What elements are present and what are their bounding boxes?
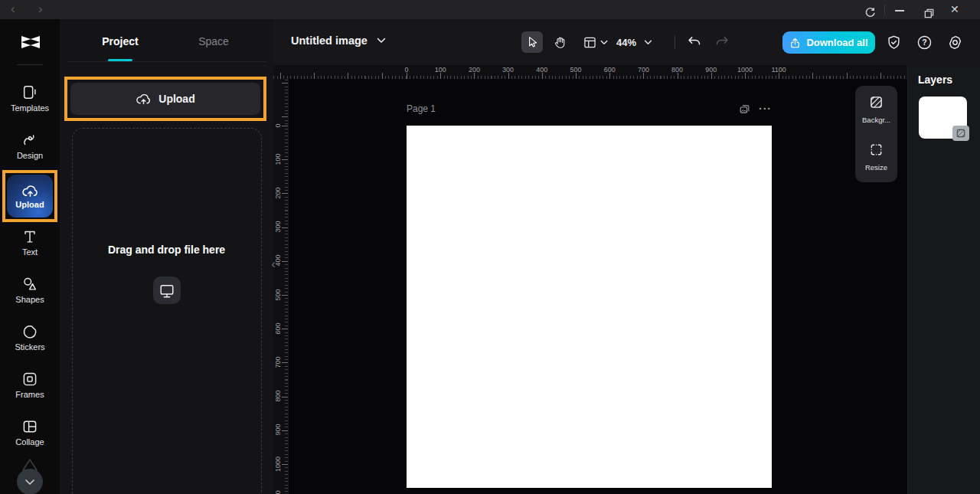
vertical-ruler: 0 100 200 300 400 500 600 700 800 900 10… [273, 79, 289, 494]
resize-tool-label: Resize [855, 163, 897, 172]
sidebar-item-design[interactable]: Design [0, 132, 60, 160]
page-label[interactable]: Page 1 [407, 103, 436, 114]
sidebar-item-shapes[interactable]: Shapes [0, 276, 60, 304]
upload-button[interactable]: Upload [70, 83, 260, 115]
background-tool[interactable]: Backgr... [855, 95, 897, 124]
download-all-label: Download all [806, 37, 867, 48]
ruler-label: 900 [705, 66, 717, 74]
tabs-divider [67, 61, 266, 62]
sidebar-item-text[interactable]: Text [0, 228, 60, 257]
background-icon [869, 95, 884, 110]
ruler-label: 800 [274, 384, 282, 407]
page-more-icon[interactable]: ··· [759, 102, 772, 116]
layers-title: Layers [918, 74, 952, 86]
top-toolbar: Untitled image 44% [273, 19, 980, 65]
resize-tool[interactable]: Resize [855, 142, 897, 172]
frames-icon [21, 371, 38, 388]
page-artboard[interactable] [407, 126, 772, 488]
redo-icon [714, 35, 730, 49]
close-icon[interactable]: ✕ [950, 0, 959, 19]
ruler-label: 500 [570, 66, 581, 74]
download-all-button[interactable]: Download all [782, 31, 875, 54]
browse-local-files-button[interactable] [153, 276, 181, 304]
sidebar-item-label: Shapes [0, 295, 60, 304]
redo-button[interactable] [711, 31, 733, 53]
sidebar-item-label: Frames [0, 390, 60, 399]
text-icon [21, 228, 38, 245]
scroll-more-button[interactable] [17, 469, 43, 494]
capcut-logo-icon [18, 32, 43, 53]
page-layout-button[interactable] [578, 31, 612, 53]
sidebar-item-templates[interactable]: Templates [0, 84, 60, 113]
chevron-down-icon [644, 40, 652, 45]
shield-check-icon [886, 34, 902, 51]
undo-button[interactable] [684, 31, 705, 53]
zoom-level-value: 44% [616, 37, 636, 48]
layer-thumbnail-page1[interactable] [919, 97, 967, 139]
layers-panel: Layers [907, 65, 980, 494]
tab-space[interactable]: Space [198, 35, 229, 47]
titlebar-separator [884, 5, 885, 15]
collage-icon [21, 418, 38, 435]
history-forward-icon[interactable]: › [38, 0, 43, 19]
ruler-label: 0 [274, 114, 282, 137]
sidebar-item-label: Templates [0, 103, 60, 113]
zoom-level-dropdown[interactable]: 44% [616, 31, 652, 53]
hand-tool-button[interactable] [549, 31, 570, 53]
design-icon [21, 132, 38, 149]
toolbar-separator [675, 35, 675, 49]
history-back-icon[interactable]: ‹ [11, 0, 15, 19]
hand-icon [553, 35, 567, 50]
templates-icon [21, 84, 38, 101]
drag-drop-zone[interactable] [72, 128, 262, 494]
export-icon [789, 37, 801, 49]
minimize-icon[interactable] [895, 10, 904, 11]
chevron-down-icon [24, 479, 35, 486]
gear-icon [947, 34, 963, 51]
undo-icon [687, 35, 702, 49]
rail-divider [17, 64, 43, 65]
sidebar-item-frames[interactable]: Frames [0, 371, 60, 399]
ruler-label: 900 [274, 418, 282, 441]
cursor-arrow-icon [525, 35, 539, 49]
ruler-label: 200 [469, 66, 480, 74]
upload-cloud-icon [21, 183, 39, 198]
sidebar-item-collage[interactable]: Collage [0, 418, 60, 447]
window-titlebar: ‹ › ✕ [0, 0, 980, 19]
canvas-area: 0 100 200 300 400 500 600 700 800 900 10… [273, 65, 907, 494]
panel-collapse-handle[interactable]: ‹ [268, 253, 279, 276]
dropzone-text: Drag and drop file here [60, 244, 273, 256]
help-button[interactable]: ? [915, 33, 933, 51]
ruler-label: 1000 [274, 453, 282, 476]
chevron-down-icon [377, 38, 386, 44]
page-thumbnail-icon[interactable] [738, 103, 751, 116]
ruler-label: 700 [274, 351, 282, 374]
horizontal-ruler: 0 100 200 300 400 500 600 700 800 900 10… [273, 65, 907, 79]
sidebar-item-label: Collage [0, 437, 60, 447]
computer-monitor-icon [158, 283, 175, 299]
document-title-dropdown[interactable]: Untitled image [291, 34, 386, 47]
upload-panel: Project Space Upload Drag and drop file … [60, 19, 273, 494]
settings-button[interactable] [946, 33, 964, 51]
shapes-icon [21, 276, 38, 293]
sidebar-item-label: Text [0, 247, 60, 257]
sidebar-item-upload[interactable]: Upload [7, 175, 53, 218]
stickers-icon [21, 323, 38, 340]
ruler-label: 1100 [274, 486, 282, 494]
tab-project[interactable]: Project [102, 35, 138, 47]
question-icon: ? [916, 34, 933, 51]
capcut-image-editor: ‹ › ✕ Templates De [0, 0, 980, 494]
select-tool-button[interactable] [521, 31, 543, 53]
question-glyph: ? [922, 38, 926, 47]
ruler-label: 600 [604, 66, 616, 74]
ruler-label: 400 [536, 66, 547, 74]
sidebar-item-label: Upload [15, 200, 44, 209]
background-tool-label: Backgr... [855, 116, 897, 124]
ruler-label: 0 [404, 66, 408, 74]
ruler-label: 1100 [772, 66, 786, 74]
sidebar-item-label: Stickers [0, 342, 60, 352]
ruler-label: 200 [274, 182, 282, 204]
safety-shield-button[interactable] [884, 33, 903, 51]
sidebar-item-stickers[interactable]: Stickers [0, 323, 60, 352]
layout-icon [583, 35, 597, 50]
